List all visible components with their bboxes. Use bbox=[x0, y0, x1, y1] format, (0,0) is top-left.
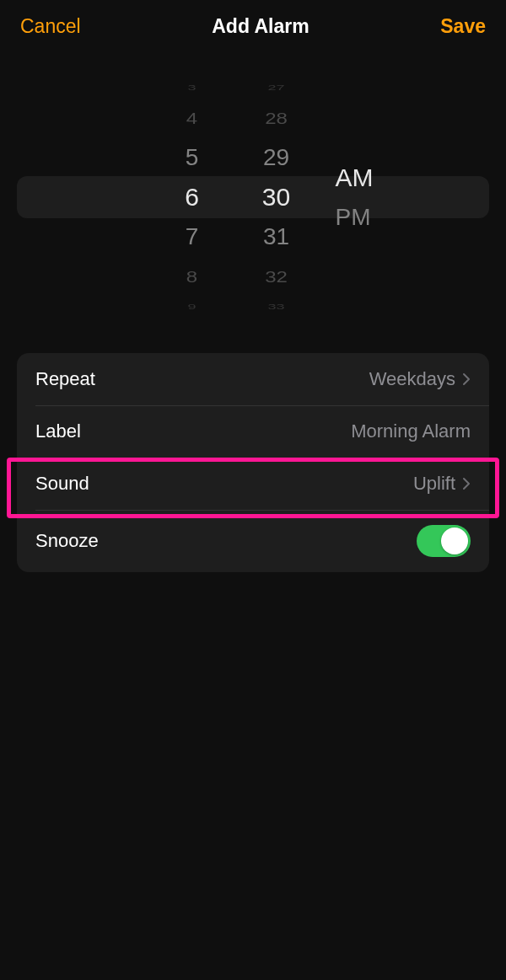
hour-option[interactable]: 4 bbox=[167, 102, 218, 134]
save-button[interactable]: Save bbox=[440, 15, 486, 38]
minute-option[interactable]: 28 bbox=[251, 102, 302, 134]
ampm-option-pm[interactable]: PM bbox=[336, 197, 395, 237]
hour-picker-column[interactable]: 3 4 5 6 7 8 9 bbox=[167, 58, 218, 336]
hour-option-selected[interactable]: 6 bbox=[167, 178, 218, 217]
chevron-right-icon bbox=[462, 477, 471, 490]
toggle-knob bbox=[441, 527, 468, 554]
alarm-settings-list: Repeat Weekdays Label Morning Alarm Soun… bbox=[17, 353, 489, 572]
minute-picker-column[interactable]: 27 28 29 30 31 32 33 bbox=[251, 58, 302, 336]
label-label: Label bbox=[35, 420, 81, 442]
ampm-option-am[interactable]: AM bbox=[336, 158, 395, 197]
repeat-value-wrap: Weekdays bbox=[369, 368, 471, 390]
minute-option[interactable]: 27 bbox=[251, 83, 302, 94]
hour-option[interactable]: 5 bbox=[167, 138, 218, 178]
ampm-picker-column[interactable]: AM PM bbox=[336, 58, 395, 336]
snooze-toggle[interactable] bbox=[417, 525, 471, 557]
sound-value-wrap: Uplift bbox=[413, 473, 471, 495]
repeat-row[interactable]: Repeat Weekdays bbox=[17, 353, 489, 405]
sound-row[interactable]: Sound Uplift bbox=[17, 458, 489, 510]
cancel-button[interactable]: Cancel bbox=[20, 15, 81, 38]
chevron-right-icon bbox=[462, 372, 471, 386]
label-value-wrap: Morning Alarm bbox=[351, 420, 471, 442]
snooze-label: Snooze bbox=[35, 530, 99, 552]
hour-option[interactable]: 7 bbox=[167, 217, 218, 257]
minute-option[interactable]: 29 bbox=[251, 138, 302, 178]
hour-option[interactable]: 9 bbox=[167, 302, 218, 313]
label-row[interactable]: Label Morning Alarm bbox=[17, 405, 489, 458]
repeat-value: Weekdays bbox=[369, 368, 455, 390]
minute-option[interactable]: 31 bbox=[251, 217, 302, 257]
hour-option[interactable]: 8 bbox=[167, 260, 218, 292]
sound-value: Uplift bbox=[413, 473, 455, 495]
picker-columns: 3 4 5 6 7 8 9 27 28 29 30 31 32 33 AM PM bbox=[0, 58, 506, 336]
repeat-label: Repeat bbox=[35, 368, 95, 390]
snooze-row: Snooze bbox=[17, 510, 489, 572]
minute-option[interactable]: 33 bbox=[251, 302, 302, 313]
minute-option-selected[interactable]: 30 bbox=[251, 178, 302, 217]
label-value: Morning Alarm bbox=[351, 420, 471, 442]
sound-label: Sound bbox=[35, 473, 89, 495]
header: Cancel Add Alarm Save bbox=[0, 0, 506, 50]
minute-option[interactable]: 32 bbox=[251, 260, 302, 292]
page-title: Add Alarm bbox=[212, 15, 309, 38]
hour-option[interactable]: 3 bbox=[167, 83, 218, 94]
time-picker[interactable]: 3 4 5 6 7 8 9 27 28 29 30 31 32 33 AM PM bbox=[0, 58, 506, 336]
